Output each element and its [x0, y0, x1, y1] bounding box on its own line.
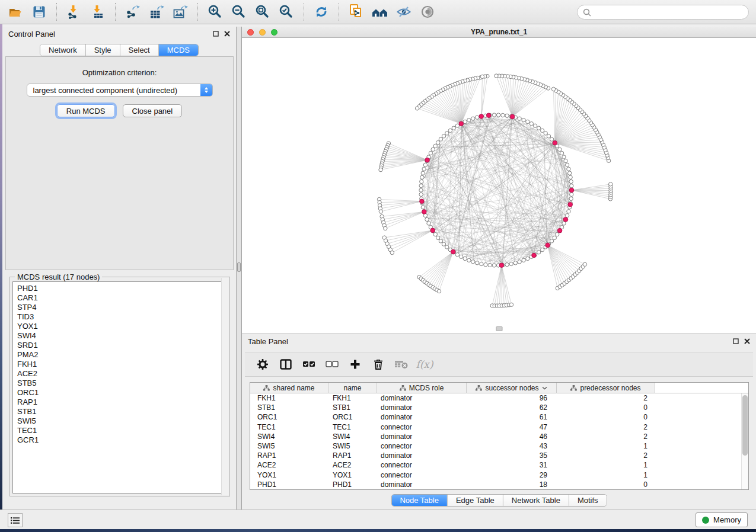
horizontal-splitter-grip[interactable]: [496, 326, 502, 331]
cell-filler: [655, 480, 748, 489]
cell-shared-name: TEC1: [250, 422, 328, 432]
select-all-icon[interactable]: [301, 357, 317, 372]
cell-predecessor-nodes: 2: [557, 451, 655, 460]
table-row[interactable]: STB1STB1dominator620: [250, 403, 748, 412]
mcds-result-item[interactable]: RAP1: [17, 398, 227, 407]
cell-shared-name: FKH1: [250, 393, 328, 403]
optimization-criterion-select[interactable]: largest connected component (undirected): [27, 84, 213, 97]
mcds-result-item[interactable]: FKH1: [17, 360, 227, 369]
table-row[interactable]: ORC1ORC1dominator610: [250, 412, 748, 422]
memory-button[interactable]: Memory: [696, 512, 748, 527]
cell-name: ORC1: [328, 412, 377, 422]
column-header-predecessor-nodes[interactable]: predecessor nodes: [557, 383, 655, 393]
close-panel-button[interactable]: Close panel: [123, 104, 183, 117]
mcds-result-item[interactable]: ORC1: [17, 388, 227, 398]
delete-row-icon[interactable]: [371, 357, 386, 372]
column-header-name[interactable]: name: [328, 383, 377, 393]
close-panel-icon[interactable]: [224, 31, 230, 37]
cell-predecessor-nodes: 1: [557, 441, 655, 451]
export-table-icon[interactable]: [145, 2, 168, 22]
tab-network[interactable]: Network: [40, 44, 86, 56]
mcds-result-item[interactable]: STB5: [17, 379, 227, 388]
result-list-scrollbar[interactable]: [221, 278, 229, 495]
tab-mcds[interactable]: MCDS: [159, 44, 198, 56]
open-file-icon[interactable]: [4, 2, 27, 22]
float-panel-icon[interactable]: [213, 31, 219, 37]
table-scrollbar-thumb[interactable]: [742, 395, 748, 456]
show-panels-icon[interactable]: [416, 2, 439, 22]
hide-panels-icon[interactable]: [392, 2, 416, 22]
tab-edge-table[interactable]: Edge Table: [448, 495, 503, 506]
mcds-result-item[interactable]: CAR1: [17, 293, 227, 303]
table-row[interactable]: SWI4SWI4dominator462: [250, 432, 748, 441]
export-network-icon[interactable]: [121, 2, 145, 22]
import-network-icon[interactable]: [62, 2, 86, 22]
table-row[interactable]: PHD1PHD1dominator180: [250, 480, 748, 489]
function-builder-icon[interactable]: f(x): [417, 357, 432, 372]
mcds-result-item[interactable]: ACE2: [17, 369, 227, 379]
zoom-selected-icon[interactable]: [275, 2, 298, 22]
mcds-result-item[interactable]: PMA2: [17, 350, 227, 360]
maximize-window-icon[interactable]: [271, 29, 277, 36]
search-input[interactable]: [594, 8, 743, 17]
table-header-row: shared namenameMCDS rolesuccessor nodesp…: [250, 383, 748, 393]
mcds-result-item[interactable]: SWI4: [17, 331, 227, 341]
table-row[interactable]: YOX1YOX1connector291: [250, 470, 748, 480]
mcds-result-item[interactable]: STB1: [17, 407, 227, 416]
mcds-result-list[interactable]: PHD1CAR1STP4TID3YOX1SWI4SRD1PMA2FKH1ACE2…: [12, 281, 227, 493]
table-row[interactable]: RAP1RAP1dominator352: [250, 451, 748, 460]
splitter-grip[interactable]: [237, 262, 241, 272]
column-header-successor-nodes[interactable]: successor nodes: [467, 383, 557, 393]
import-table-icon[interactable]: [86, 2, 110, 22]
mcds-result-item[interactable]: SRD1: [17, 341, 227, 350]
table-settings-icon[interactable]: [255, 357, 270, 372]
cell-filler: [655, 422, 748, 432]
tab-style[interactable]: Style: [86, 44, 120, 56]
run-mcds-button[interactable]: Run MCDS: [57, 104, 115, 117]
zoom-out-icon[interactable]: [227, 2, 251, 22]
network-view-canvas[interactable]: [242, 38, 756, 334]
network-window-titlebar[interactable]: YPA_prune.txt_1: [242, 27, 756, 38]
mcds-result-item[interactable]: GCR1: [17, 435, 227, 445]
table-scrollbar[interactable]: [741, 393, 748, 489]
network-graph[interactable]: [242, 38, 756, 334]
mcds-result-item[interactable]: TID3: [17, 312, 227, 322]
cybrowser-icon[interactable]: [368, 2, 392, 22]
vertical-splitter[interactable]: [237, 27, 242, 509]
deselect-all-icon[interactable]: [324, 357, 340, 372]
column-type-icon: [476, 385, 482, 391]
tab-network-table[interactable]: Network Table: [503, 495, 569, 506]
float-panel-icon[interactable]: [733, 338, 739, 344]
delete-table-icon[interactable]: [394, 357, 409, 372]
export-image-icon[interactable]: [168, 2, 192, 22]
mcds-result-item[interactable]: SWI5: [17, 416, 227, 426]
zoom-fit-icon[interactable]: [251, 2, 275, 22]
clone-network-icon[interactable]: [344, 2, 368, 22]
close-panel-icon[interactable]: [744, 338, 750, 344]
save-session-icon[interactable]: [27, 2, 51, 22]
cell-shared-name: ACE2: [250, 460, 328, 470]
table-row[interactable]: TEC1TEC1connector472: [250, 422, 748, 432]
show-columns-icon[interactable]: [278, 357, 294, 372]
add-row-icon[interactable]: [347, 357, 363, 372]
mcds-result-item[interactable]: STP4: [17, 303, 227, 312]
mcds-result-item[interactable]: YOX1: [17, 322, 227, 331]
table-row[interactable]: SWI5SWI5connector431: [250, 441, 748, 451]
cell-predecessor-nodes: 2: [557, 422, 655, 432]
table-row[interactable]: FKH1FKH1dominator962: [250, 393, 748, 403]
column-header-MCDS-role[interactable]: MCDS role: [377, 383, 467, 393]
mcds-result-item[interactable]: PHD1: [17, 284, 227, 293]
mcds-result-item[interactable]: TEC1: [17, 426, 227, 435]
table-row[interactable]: ACE2ACE2connector311: [250, 460, 748, 470]
search-box[interactable]: [577, 5, 749, 20]
task-history-button[interactable]: [8, 513, 23, 527]
tab-node-table[interactable]: Node Table: [391, 495, 448, 506]
column-type-icon: [570, 385, 577, 391]
column-header-shared-name[interactable]: shared name: [250, 383, 328, 393]
close-window-icon[interactable]: [247, 29, 254, 36]
tab-motifs[interactable]: Motifs: [569, 495, 607, 506]
minimize-window-icon[interactable]: [259, 29, 266, 36]
refresh-icon[interactable]: [310, 2, 333, 22]
zoom-in-icon[interactable]: [203, 2, 227, 22]
tab-select[interactable]: Select: [120, 44, 159, 56]
